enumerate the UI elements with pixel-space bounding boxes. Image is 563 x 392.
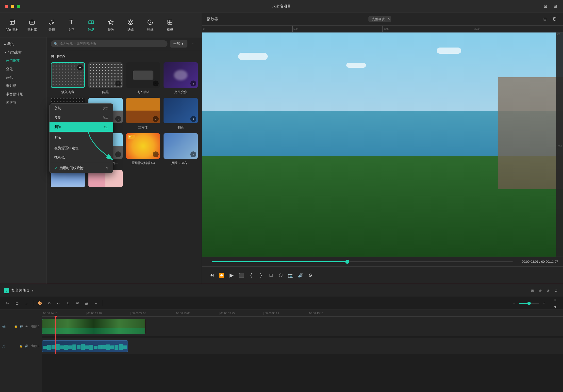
link2-icon[interactable]: ⛓ [83, 300, 90, 307]
window-controls[interactable] [5, 5, 20, 8]
in-point-button[interactable]: { [247, 271, 255, 279]
download-icon-2[interactable]: ↓ [153, 81, 159, 86]
toolbar-filters[interactable]: 滤镜 [121, 15, 140, 35]
speed-icon[interactable]: » [23, 300, 30, 307]
sidebar-item-audio-transition[interactable]: 带音频转场 [0, 90, 47, 98]
mic-icon[interactable]: 🎙 [64, 300, 72, 307]
add-button[interactable]: ＋ [77, 65, 83, 70]
search-input[interactable] [51, 40, 167, 47]
effect-item-wipe-right[interactable]: ↓ 擦除（向右） [164, 133, 198, 165]
effect-item-cross-zoom[interactable]: ↓ 交叉变焦 [164, 62, 198, 94]
play-button[interactable]: ▶ [228, 271, 235, 279]
ctx-find-similar[interactable]: 找相似 [50, 153, 113, 162]
mute-audio-icon[interactable]: 🔊 [24, 344, 29, 348]
effect-item-fade-in-out[interactable]: ＋ 淡入淡出 [51, 62, 85, 94]
toolbar-text[interactable]: T 文字 [62, 15, 81, 35]
progress-thumb[interactable] [345, 260, 349, 264]
stop-button[interactable]: ⬛ [237, 271, 245, 279]
image-view-icon[interactable]: 🖼 [551, 16, 558, 23]
toolbar-stickers[interactable]: 贴纸 [140, 15, 160, 35]
scissors-icon[interactable]: ✂ [4, 300, 11, 307]
lock-audio-icon[interactable]: 🔒 [19, 344, 23, 348]
ctx-duration[interactable]: 时长 [50, 133, 113, 142]
minimize-button[interactable] [11, 5, 14, 8]
sidebar-item-national-day[interactable]: 国庆节 [0, 98, 47, 107]
compound-icon[interactable]: ⊙ [553, 288, 559, 294]
zoom-out-icon[interactable]: － [510, 300, 518, 307]
effect-item-cube[interactable]: ↓ 立方体 [126, 98, 160, 130]
sidebar-item-zoom[interactable]: 运镜 [0, 73, 47, 82]
step-back-button[interactable]: ⏮ [208, 271, 216, 279]
crop-icon[interactable]: ⊡ [13, 300, 21, 307]
download-icon-11[interactable]: ↓ [190, 151, 196, 157]
maximize-button[interactable] [17, 5, 20, 8]
frame-back-button[interactable]: ⏪ [218, 271, 226, 279]
zoom-bar[interactable] [519, 303, 539, 304]
effect-item-xmas-snow[interactable]: VIP ↓ 圣诞雪花转场 04 [126, 133, 160, 165]
sidebar-item-cinematic[interactable]: 电影感 [0, 82, 47, 90]
more-options-icon[interactable]: ▼ [552, 303, 559, 311]
grid-view-icon[interactable]: ⊞ [541, 16, 548, 23]
ctx-locate[interactable]: 在资源区中定位 [50, 144, 113, 153]
effect-thumb-inner-12: ↓ [164, 133, 198, 159]
compound-toolbar: ✂ ⊡ » 🎨 ↺ 🛡 🎙 ≋ ⛓ ↔ － ＋ ≡ ▼ [0, 297, 563, 310]
split-icon[interactable]: ⊕ [537, 288, 543, 294]
add-track-icon[interactable]: ⊞ [530, 288, 535, 294]
link-icon[interactable]: ⊗ [545, 288, 551, 294]
toolbar-assets[interactable]: 素材库 [22, 15, 42, 35]
toolbar-audio[interactable]: 音频 [42, 15, 62, 35]
toolbar-templates[interactable]: 模板 [160, 15, 180, 35]
zoom-in-icon[interactable]: ＋ [540, 300, 548, 307]
color-correct-icon[interactable]: 🎨 [36, 300, 44, 307]
ctx-cut[interactable]: 剪切 ⌘X [50, 104, 113, 113]
download-icon-10[interactable]: ↓ [153, 151, 159, 157]
quality-select[interactable]: 完整画质 高质量 预览质量 [368, 16, 391, 22]
ctx-delete[interactable]: 删除 ⌫ [50, 122, 113, 132]
toolbar-effects[interactable]: 特效 [101, 15, 121, 35]
compound-dropdown-icon[interactable]: ▼ [31, 289, 34, 292]
effect-item-fade-single[interactable]: ↓ 淡入单轨 [126, 62, 160, 94]
audio-eq-icon[interactable]: ≋ [74, 300, 81, 307]
audio-clip[interactable] [42, 340, 128, 352]
download-icon-7[interactable]: ↓ [190, 116, 196, 122]
filter-button[interactable]: 全部 ▼ [170, 40, 187, 48]
download-icon-3[interactable]: ↓ [190, 81, 196, 86]
export-frame-button[interactable]: ⊡ [267, 271, 275, 279]
download-icon-5[interactable]: ↓ [115, 116, 121, 122]
sidebar-item-overlap[interactable]: 叠化 [0, 65, 47, 73]
toolbar-my-assets[interactable]: 我的素材 [2, 15, 22, 35]
mute-video-icon[interactable]: 🔊 [19, 324, 23, 329]
effect-item-flash-dark[interactable]: ↓ 闪黑 [88, 62, 123, 94]
export-clip-button[interactable]: ⬡ [277, 271, 285, 279]
ctx-copy[interactable]: 复制 ⌘C [50, 113, 113, 122]
download-icon-9[interactable]: ↓ [115, 151, 121, 157]
sidebar-item-hot[interactable]: 热门推荐 [0, 57, 47, 65]
fullscreen-icon[interactable]: ⊞ [552, 3, 558, 9]
out-point-button[interactable]: } [257, 271, 265, 279]
zoom-thumb[interactable] [527, 302, 531, 305]
playhead[interactable] [55, 317, 56, 354]
audio-button[interactable]: 🔊 [297, 271, 304, 279]
effect-item-flip-page[interactable]: ↓ 翻页 [164, 98, 198, 130]
video-clip[interactable] [42, 319, 145, 334]
home-icon[interactable]: ⌂ [4, 288, 9, 293]
lock-icon[interactable]: 🔒 [14, 324, 18, 329]
unlink-icon[interactable]: ↔ [92, 300, 100, 307]
sidebar-section-my[interactable]: ▶ 我的 [0, 40, 47, 48]
progress-bar[interactable] [212, 261, 513, 262]
camera-button[interactable]: 📷 [287, 271, 295, 279]
ctx-snap[interactable]: ✓ 启用时间线吸附 N [50, 163, 113, 173]
shield-icon[interactable]: 🛡 [55, 300, 62, 307]
track-height-icon[interactable]: ≡ [552, 296, 559, 303]
visibility-icon[interactable]: 👁 [24, 324, 29, 329]
more-button[interactable]: ··· [190, 40, 198, 48]
reverse-icon[interactable]: ↺ [46, 300, 53, 307]
settings-ctrl-button[interactable]: ⚙ [306, 271, 314, 279]
close-button[interactable] [5, 5, 8, 8]
sidebar-section-transitions[interactable]: ▼ 转场素材 [0, 48, 47, 57]
timeline-tracks[interactable]: 00:00:14:15 00:00:19:10 00:00:24:05 00:0… [42, 310, 563, 392]
export-icon[interactable]: ⊡ [542, 3, 548, 9]
toolbar-transitions[interactable]: 转场 [81, 15, 101, 35]
download-icon-6[interactable]: ↓ [153, 116, 159, 122]
download-icon-1[interactable]: ↓ [115, 81, 121, 86]
